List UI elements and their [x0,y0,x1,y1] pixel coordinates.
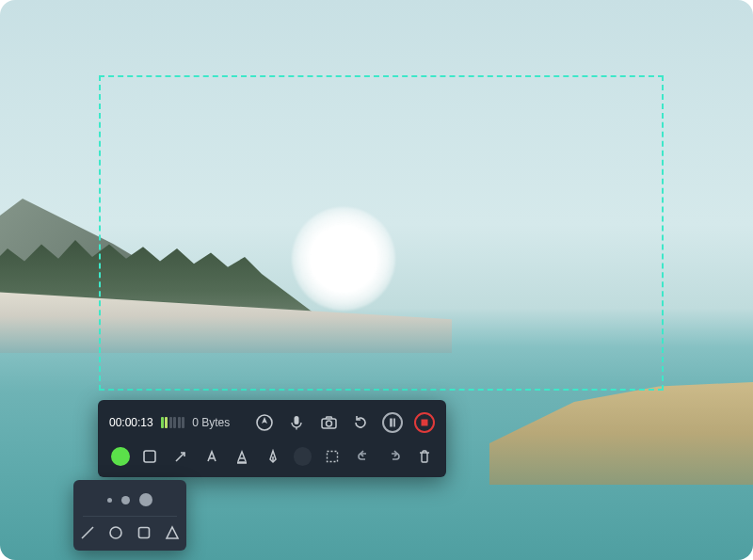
recording-timer: 00:00:13 [109,416,153,429]
audio-level-meter [161,417,185,428]
scenery-sun [292,207,395,311]
scenery-grass [489,381,753,485]
highlighter-tool-button[interactable] [232,446,253,467]
restart-button[interactable] [350,412,371,433]
svg-rect-1 [295,416,299,424]
arrow-tool-button[interactable] [170,446,191,467]
text-tool-button[interactable] [201,446,222,467]
stroke-size-small[interactable] [107,498,112,503]
color-picker-button[interactable] [111,447,130,466]
shape-circle-button[interactable] [107,523,124,542]
stroke-size-large[interactable] [139,493,152,506]
svg-line-12 [82,527,93,538]
svg-point-4 [326,421,331,426]
marquee-tool-button[interactable] [322,446,343,467]
shape-square-button[interactable] [136,523,152,542]
pen-tool-button[interactable] [263,446,283,467]
svg-rect-14 [139,528,150,538]
camera-button[interactable] [318,412,339,433]
svg-point-13 [110,527,121,538]
rectangle-tool-button[interactable] [140,446,161,467]
shape-line-button[interactable] [79,523,96,542]
stop-record-button[interactable] [414,412,435,433]
redo-button[interactable] [384,446,405,467]
recording-filesize: 0 Bytes [192,416,230,429]
undo-button[interactable] [353,446,374,467]
svg-rect-5 [144,451,155,462]
shape-triangle-button[interactable] [164,523,181,542]
trash-button[interactable] [414,446,435,467]
desktop-background: 00:00:13 0 Bytes [0,0,753,560]
pause-button[interactable] [382,412,403,433]
microphone-button[interactable] [286,412,307,433]
stroke-size-medium[interactable] [121,496,130,504]
stroke-style-popup [73,480,186,551]
fill-tool-button[interactable] [294,447,312,466]
cursor-highlight-button[interactable] [254,412,275,433]
svg-line-6 [176,453,184,461]
recorder-toolbar: 00:00:13 0 Bytes [98,400,446,477]
popup-divider [83,516,177,517]
svg-rect-11 [328,452,338,462]
